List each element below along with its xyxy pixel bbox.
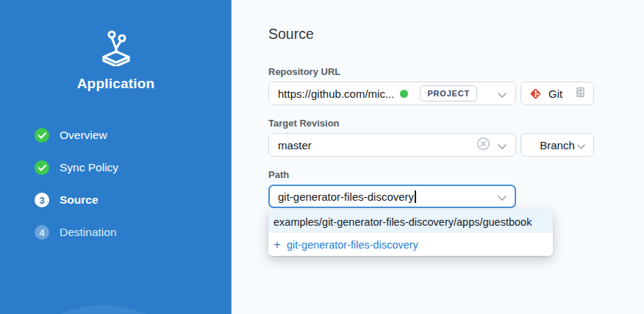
create-path-option[interactable]: + git-generator-files-discovery (268, 233, 553, 256)
check-icon (35, 160, 49, 175)
step-label: Sync Policy (60, 161, 118, 174)
path-value: git-generator-files-discovery (278, 190, 414, 203)
step-list: Overview Sync Policy 3 Source 4 Destinat… (35, 128, 118, 240)
path-label: Path (268, 169, 289, 180)
chevron-down-icon[interactable] (498, 190, 507, 203)
clear-icon[interactable] (476, 137, 490, 153)
suggestion-item[interactable]: examples/git-generator-files-discovery/a… (268, 210, 553, 233)
application-icon (0, 28, 232, 69)
step-label: Destination (60, 226, 117, 239)
page-title: Source (268, 26, 314, 43)
repo-type-select[interactable]: Git (520, 82, 594, 105)
sidebar-title: Application (0, 76, 232, 92)
step-label: Overview (60, 129, 107, 142)
chevron-down-icon (577, 139, 585, 151)
combobox-icon (576, 87, 585, 100)
repository-url-input[interactable]: https://github.com/mic... PROJECT (268, 82, 516, 105)
create-path-label: git-generator-files-discovery (287, 239, 418, 251)
git-icon (529, 88, 542, 100)
step-sync-policy[interactable]: Sync Policy (35, 160, 118, 175)
revision-type-label: Branch (530, 139, 584, 151)
connection-status-dot-icon (400, 90, 408, 98)
step-destination[interactable]: 4 Destination (35, 225, 118, 240)
check-icon (35, 128, 49, 143)
step-number-badge: 3 (35, 193, 49, 207)
target-revision-value: master (278, 139, 312, 151)
revision-type-select[interactable]: Branch (520, 133, 594, 157)
source-panel: Source Repository URL https://github.com… (268, 0, 607, 314)
project-badge: PROJECT (420, 85, 477, 101)
step-overview[interactable]: Overview (35, 128, 118, 143)
repository-url-label: Repository URL (268, 66, 340, 77)
decorative-circle (0, 305, 213, 314)
repo-type-label: Git (548, 88, 562, 100)
step-label: Source (60, 193, 99, 207)
target-revision-input[interactable]: master (268, 133, 516, 157)
repository-url-value: https://github.com/mic... (278, 88, 394, 100)
path-suggestions-dropdown: examples/git-generator-files-discovery/a… (268, 210, 553, 256)
chevron-down-icon[interactable] (498, 88, 507, 100)
chevron-down-icon[interactable] (498, 139, 507, 151)
plus-icon: + (273, 238, 281, 251)
text-caret (415, 190, 416, 203)
step-source[interactable]: 3 Source (35, 193, 118, 207)
wizard-sidebar: Application Overview Sync Policy 3 Sourc… (0, 0, 232, 314)
step-number-badge: 4 (35, 225, 49, 240)
path-input[interactable]: git-generator-files-discovery (268, 185, 516, 208)
target-revision-label: Target Revision (268, 118, 340, 129)
